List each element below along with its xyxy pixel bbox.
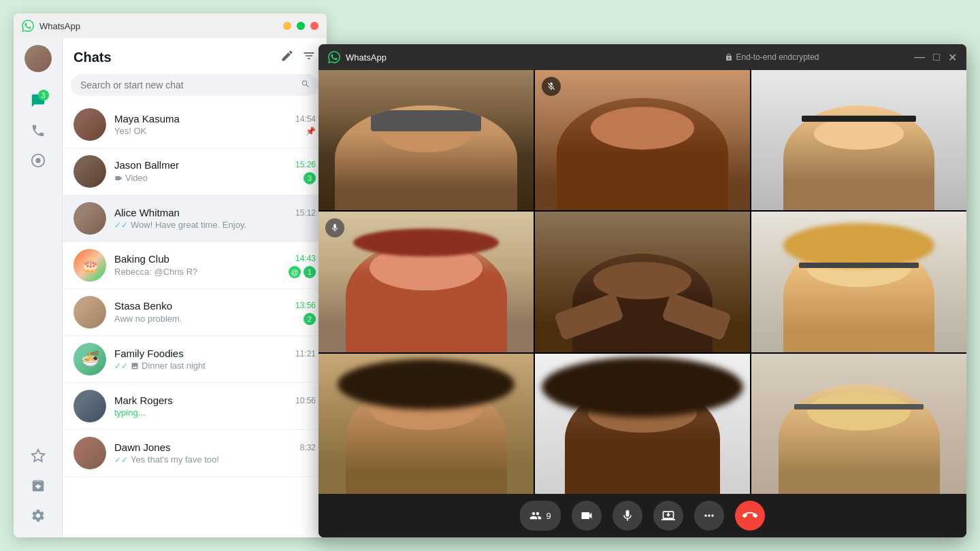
video-cell-5-highlighted <box>535 212 750 352</box>
avatar-jason <box>74 155 106 188</box>
video-whatsapp-logo-icon <box>328 51 340 63</box>
video-call-window: WhatsApp End-to-end endcrypted — □ ✕ <box>318 44 966 537</box>
user-avatar[interactable] <box>24 45 52 72</box>
video-cell-2 <box>535 70 750 210</box>
close-button[interactable]: ✕ <box>310 22 318 30</box>
double-check-alice: ✓✓ <box>114 220 128 230</box>
video-app-name: WhatsApp <box>346 52 630 63</box>
chat-item-alice[interactable]: Alice Whitman 15:12 ✓✓ Wow! Have great t… <box>63 195 327 242</box>
chat-item-family[interactable]: 🍜 Family Foodies 11:21 ✓✓ Dinner last ni… <box>63 336 327 383</box>
chat-header: Chats <box>63 38 327 71</box>
filter-icon[interactable] <box>302 49 316 66</box>
chat-info-mark: Mark Rogers 10:56 typing... <box>114 395 316 418</box>
chat-time-baking: 14:43 <box>295 254 316 263</box>
participants-button[interactable]: 9 <box>520 501 560 531</box>
whatsapp-logo-icon <box>22 20 34 32</box>
video-cell-4 <box>318 212 534 352</box>
avatar-dawn <box>74 437 106 469</box>
title-bar: WhatsApp — □ ✕ <box>14 14 327 38</box>
app-title: WhatsApp <box>39 21 283 31</box>
svg-point-1 <box>35 158 40 163</box>
chat-preview-baking: Rebecca: @Chris R? <box>114 267 284 277</box>
video-window-controls: — □ ✕ <box>914 51 957 64</box>
chat-name-jason: Jason Ballmer <box>114 159 179 171</box>
chat-preview-maya: Yes! OK <box>114 126 306 136</box>
chat-item-jason[interactable]: Jason Ballmer 15:26 Video 3 <box>63 148 327 195</box>
avatar-mark <box>74 390 106 422</box>
svg-marker-2 <box>31 450 44 461</box>
double-check-dawn: ✓✓ <box>114 455 128 465</box>
double-check-family: ✓✓ <box>114 361 128 371</box>
chat-preview-alice: ✓✓ Wow! Have great time. Enjoy. <box>114 220 316 230</box>
video-title-bar: WhatsApp End-to-end endcrypted — □ ✕ <box>318 44 966 70</box>
video-cell-8 <box>535 354 750 494</box>
chat-info-jason: Jason Ballmer 15:26 Video 3 <box>114 159 316 184</box>
unread-badge-jason: 3 <box>304 172 316 184</box>
new-chat-icon[interactable] <box>280 49 294 66</box>
unread-badge-stasa: 2 <box>304 313 316 325</box>
chat-name-maya: Maya Kasuma <box>114 113 180 124</box>
sidebar-item-settings[interactable] <box>26 503 50 528</box>
chat-info-dawn: Dawn Jones 8:32 ✓✓ Yes that's my fave to… <box>114 441 316 465</box>
chat-item-mark[interactable]: Mark Rogers 10:56 typing... <box>63 383 327 430</box>
main-whatsapp-window: WhatsApp — □ ✕ 3 <box>14 14 327 537</box>
header-actions <box>280 49 316 66</box>
mic-toggle-button[interactable] <box>612 501 642 531</box>
chat-preview-jason: Video <box>114 173 299 183</box>
chat-item-baking[interactable]: 🎂 Baking Club 14:43 Rebecca: @Chris R? @ <box>63 242 327 289</box>
video-cell-3 <box>751 70 966 210</box>
video-toggle-button[interactable] <box>572 501 602 531</box>
screen-share-button[interactable] <box>653 501 683 531</box>
video-cell-1 <box>318 70 534 210</box>
more-options-button[interactable] <box>694 501 724 531</box>
sidebar-item-status[interactable] <box>26 148 50 173</box>
avatar-family: 🍜 <box>74 343 106 375</box>
chat-item-maya[interactable]: Maya Kasuma 14:54 Yes! OK 📌 <box>63 101 327 148</box>
call-controls: 9 <box>318 494 966 537</box>
chat-name-dawn: Dawn Jones <box>114 441 171 453</box>
chat-time-jason: 15:26 <box>295 160 316 169</box>
sidebar-item-calls[interactable] <box>26 118 50 143</box>
avatar-stasa <box>74 296 106 329</box>
video-minimize-button[interactable]: — <box>914 51 925 64</box>
chat-name-family: Family Foodies <box>114 348 184 359</box>
search-input[interactable] <box>71 74 318 96</box>
avatar-baking: 🎂 <box>74 249 106 282</box>
end-call-button[interactable] <box>735 501 765 531</box>
video-close-button[interactable]: ✕ <box>948 51 957 64</box>
unread-badge-baking: 1 <box>304 266 316 278</box>
chat-item-dawn[interactable]: Dawn Jones 8:32 ✓✓ Yes that's my fave to… <box>63 430 327 477</box>
participants-count: 9 <box>546 511 551 521</box>
chat-preview-dawn: ✓✓ Yes that's my fave too! <box>114 454 316 465</box>
video-cell-9 <box>751 354 966 494</box>
mute-indicator-2 <box>542 77 561 96</box>
sidebar-item-starred[interactable] <box>26 444 50 468</box>
mention-badge-baking: @ <box>289 266 301 278</box>
chat-list: Maya Kasuma 14:54 Yes! OK 📌 <box>63 101 327 537</box>
video-grid <box>318 70 966 494</box>
chats-title: Chats <box>74 50 112 65</box>
chat-name-alice: Alice Whitman <box>114 207 180 218</box>
search-icon <box>301 80 310 91</box>
chats-badge: 3 <box>38 90 49 101</box>
maximize-button[interactable]: □ <box>297 22 305 30</box>
chat-panel: Chats <box>63 38 327 537</box>
search-bar <box>71 74 318 96</box>
chat-preview-family: ✓✓ Dinner last night <box>114 361 316 371</box>
chat-name-mark: Mark Rogers <box>114 395 173 406</box>
chat-preview-stasa: Aww no problem. <box>114 314 299 324</box>
video-cell-7 <box>318 354 534 494</box>
pin-icon-maya: 📌 <box>306 127 316 136</box>
chat-time-family: 11:21 <box>295 349 316 358</box>
chat-preview-mark: typing... <box>114 407 316 418</box>
chat-item-stasa[interactable]: Stasa Benko 13:56 Aww no problem. 2 <box>63 289 327 336</box>
sidebar-item-archived[interactable] <box>26 473 50 498</box>
sidebar-item-chats[interactable]: 3 <box>26 88 50 113</box>
minimize-button[interactable]: — <box>283 22 291 30</box>
chat-info-maya: Maya Kasuma 14:54 Yes! OK 📌 <box>114 113 316 136</box>
chat-info-baking: Baking Club 14:43 Rebecca: @Chris R? @ 1 <box>114 253 316 278</box>
video-maximize-button[interactable]: □ <box>933 51 940 64</box>
encryption-indicator: End-to-end endcrypted <box>630 52 915 62</box>
avatar-alice <box>74 202 106 235</box>
chat-name-stasa: Stasa Benko <box>114 300 172 312</box>
